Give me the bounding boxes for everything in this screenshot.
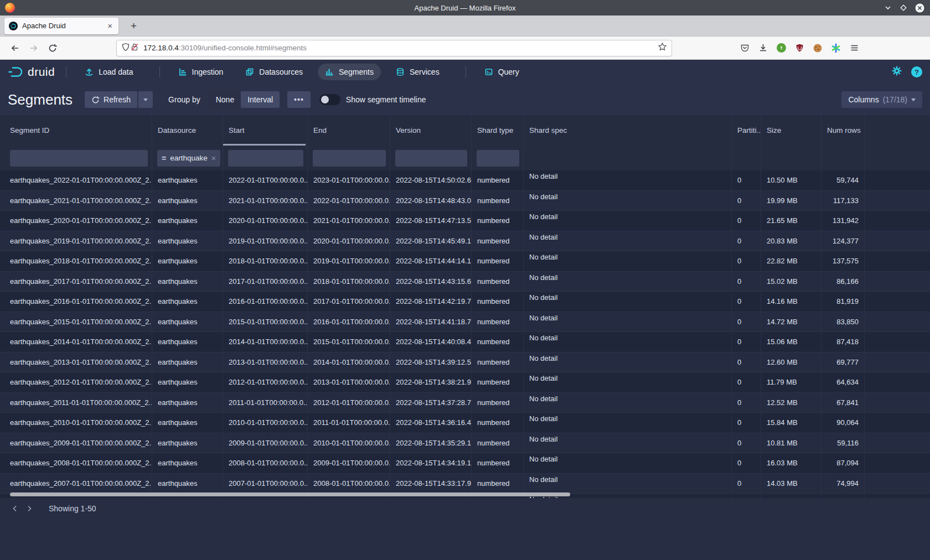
cell-version[interactable]: 2022-08-15T14:37:28.7... — [390, 393, 472, 413]
cell-start[interactable]: 2018-01-01T00:00:00.0... — [223, 251, 308, 271]
cell-num-rows[interactable]: 137,575 — [822, 251, 865, 271]
cell-shard-type[interactable]: numbered — [472, 170, 524, 190]
cell-partition[interactable]: 0 — [732, 332, 761, 352]
cell-partition[interactable]: 0 — [732, 393, 761, 413]
reload-button[interactable] — [44, 40, 61, 56]
cell-num-rows[interactable]: 64,634 — [822, 372, 865, 392]
back-button[interactable] — [7, 40, 23, 56]
cell-end[interactable]: 2017-01-01T00:00:00.0... — [308, 292, 390, 312]
cell-segment-id[interactable]: earthquakes_2014-01-01T00:00:00.000Z_2..… — [0, 332, 152, 352]
cell-start[interactable]: 2017-01-01T00:00:00.0... — [223, 272, 308, 292]
cell-segment-id[interactable]: earthquakes_2012-01-01T00:00:00.000Z_2..… — [0, 372, 152, 392]
cell-segment-id[interactable]: earthquakes_2021-01-01T00:00:00.000Z_2..… — [0, 191, 152, 211]
window-close-button[interactable] — [915, 3, 924, 13]
extension-asterisk-icon[interactable] — [828, 40, 844, 56]
cell-start[interactable]: 2007-01-01T00:00:00.0... — [223, 474, 308, 494]
table-row[interactable]: earthquakes_2017-01-01T00:00:00.000Z_2..… — [0, 272, 930, 292]
filter-end-input[interactable] — [313, 150, 386, 167]
cell-partition[interactable]: 0 — [732, 433, 761, 453]
cell-shard-type[interactable]: numbered — [472, 332, 524, 352]
cell-start[interactable]: 2014-01-01T00:00:00.0... — [223, 332, 308, 352]
nav-item-load-data[interactable]: Load data — [78, 64, 140, 80]
url-bar[interactable]: 172.18.0.4:30109/unified-console.html#se… — [116, 40, 672, 56]
more-options-button[interactable]: ••• — [287, 91, 311, 108]
cell-shard-type[interactable]: numbered — [472, 312, 524, 332]
table-row[interactable]: earthquakes_2015-01-01T00:00:00.000Z_2..… — [0, 312, 930, 333]
cell-end[interactable]: 2020-01-01T00:00:00.0... — [308, 231, 390, 251]
cell-end[interactable]: 2023-01-01T00:00:00.0... — [308, 170, 390, 190]
next-page-button[interactable] — [22, 500, 37, 517]
cell-shard-type[interactable]: numbered — [472, 474, 524, 494]
cell-partition[interactable]: 0 — [732, 474, 761, 494]
cell-end[interactable]: 2016-01-01T00:00:00.0... — [308, 312, 390, 332]
cell-shard-spec[interactable]: No detail — [524, 251, 732, 271]
forward-button[interactable] — [25, 40, 42, 56]
cell-version[interactable]: 2022-08-15T14:50:02.6... — [390, 170, 472, 190]
cell-size[interactable]: 14.72 MB — [761, 312, 822, 332]
table-row[interactable]: earthquakes_2018-01-01T00:00:00.000Z_2..… — [0, 251, 930, 272]
table-row[interactable]: earthquakes_2021-01-01T00:00:00.000Z_2..… — [0, 191, 930, 211]
cell-start[interactable]: 2021-01-01T00:00:00.0... — [223, 191, 308, 211]
cell-datasource[interactable]: earthquakes — [152, 413, 223, 433]
cell-segment-id[interactable]: earthquakes_2019-01-01T00:00:00.000Z_2..… — [0, 231, 152, 251]
cell-version[interactable]: 2022-08-15T14:34:19.1... — [390, 453, 472, 473]
cell-version[interactable]: 2022-08-15T14:45:49.1... — [390, 231, 472, 251]
new-tab-button[interactable]: + — [126, 19, 141, 33]
cell-shard-spec[interactable]: No detail — [524, 372, 732, 392]
cell-start[interactable]: 2015-01-01T00:00:00.0... — [223, 312, 308, 332]
cell-segment-id[interactable]: earthquakes_2007-01-01T00:00:00.000Z_2..… — [0, 474, 152, 494]
bookmark-star-icon[interactable] — [658, 42, 667, 54]
cell-size[interactable]: 14.03 MB — [761, 474, 822, 494]
table-row[interactable]: earthquakes_2009-01-01T00:00:00.000Z_2..… — [0, 433, 930, 454]
cell-size[interactable]: 15.06 MB — [761, 332, 822, 352]
nav-item-query[interactable]: Query — [477, 64, 526, 80]
cell-partition[interactable]: 0 — [732, 251, 761, 271]
cell-num-rows[interactable]: 74,994 — [822, 474, 865, 494]
cell-datasource[interactable]: earthquakes — [152, 332, 223, 352]
cell-end[interactable]: 2011-01-01T00:00:00.0... — [308, 413, 390, 433]
cell-start[interactable]: 2009-01-01T00:00:00.0... — [223, 433, 308, 453]
table-row[interactable]: earthquakes_2019-01-01T00:00:00.000Z_2..… — [0, 231, 930, 252]
cell-version[interactable]: 2022-08-15T14:35:29.1... — [390, 433, 472, 453]
cell-num-rows[interactable]: 131,942 — [822, 211, 865, 231]
cell-shard-type[interactable]: numbered — [472, 211, 524, 231]
nav-item-segments[interactable]: Segments — [318, 64, 381, 80]
horizontal-scrollbar[interactable] — [10, 492, 570, 496]
cell-shard-type[interactable]: numbered — [472, 372, 524, 392]
header-shard-spec[interactable]: Shard spec — [524, 115, 732, 146]
cell-datasource[interactable]: earthquakes — [152, 352, 223, 372]
cell-datasource[interactable]: earthquakes — [152, 372, 223, 392]
cell-start[interactable]: 2011-01-01T00:00:00.0... — [223, 393, 308, 413]
nav-item-ingestion[interactable]: Ingestion — [171, 64, 231, 80]
cell-end[interactable]: 2008-01-01T00:00:00.0... — [308, 474, 390, 494]
cell-version[interactable]: 2022-08-15T14:42:19.7... — [390, 292, 472, 312]
cell-size[interactable]: 19.99 MB — [761, 191, 822, 211]
cell-segment-id[interactable]: earthquakes_2020-01-01T00:00:00.000Z_2..… — [0, 211, 152, 231]
cell-version[interactable]: 2022-08-15T14:43:15.6... — [390, 272, 472, 292]
cell-shard-type[interactable]: numbered — [472, 292, 524, 312]
cell-partition[interactable]: 0 — [732, 231, 761, 251]
cell-num-rows[interactable]: 59,116 — [822, 433, 865, 453]
cell-num-rows[interactable]: 87,094 — [822, 453, 865, 473]
cell-version[interactable]: 2022-08-15T14:44:14.1... — [390, 251, 472, 271]
cell-segment-id[interactable]: earthquakes_2022-01-01T00:00:00.000Z_2..… — [0, 170, 152, 190]
table-row[interactable]: earthquakes_2016-01-01T00:00:00.000Z_2..… — [0, 292, 930, 312]
menu-hamburger-icon[interactable] — [846, 40, 862, 56]
group-by-none-button[interactable]: None — [209, 91, 241, 108]
cell-partition[interactable]: 0 — [732, 352, 761, 372]
filter-segment-id-input[interactable] — [10, 150, 148, 167]
cell-segment-id[interactable]: earthquakes_2015-01-01T00:00:00.000Z_2..… — [0, 312, 152, 332]
nav-item-services[interactable]: Services — [389, 64, 447, 80]
tracking-shield-icon[interactable] — [121, 43, 130, 54]
insecure-lock-icon[interactable] — [130, 43, 139, 54]
header-start[interactable]: Start — [223, 115, 308, 146]
cell-segment-id[interactable]: earthquakes_2010-01-01T00:00:00.000Z_2..… — [0, 413, 152, 433]
cell-size[interactable]: 10.81 MB — [761, 433, 822, 453]
cell-end[interactable]: 2014-01-01T00:00:00.0... — [308, 352, 390, 372]
nav-item-datasources[interactable]: Datasources — [238, 64, 310, 80]
prev-page-button[interactable] — [8, 500, 22, 517]
group-by-interval-button[interactable]: Interval — [241, 91, 280, 108]
cell-shard-spec[interactable]: No detail — [524, 312, 732, 332]
cell-shard-spec[interactable]: No detail — [524, 332, 732, 352]
cell-start[interactable]: 2012-01-01T00:00:00.0... — [223, 372, 308, 392]
